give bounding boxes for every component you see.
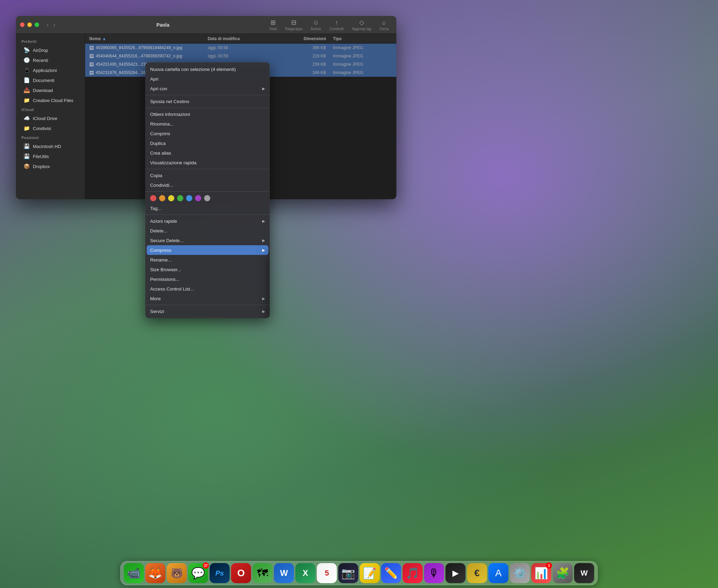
dock-icon-screenshot[interactable]: 📷 [338,563,358,583]
menu-item-crea-alias[interactable]: Crea alias [145,148,270,158]
menu-item-rinomina[interactable]: Rinomina... [145,119,270,129]
menu-item-condividi[interactable]: Condividi... [145,180,270,190]
col-header-nome[interactable]: Nome ▲ [89,36,208,41]
sidebar-item-creative-cloud-label: Creative Cloud Files [33,98,73,103]
creative-cloud-icon: 📁 [24,97,30,103]
dock-icon-music[interactable]: 🎵 [403,563,423,583]
icloud-drive-icon: ☁️ [24,115,30,121]
menu-item-access-control-list[interactable]: Access Control List... [145,284,270,294]
menu-item-label: Rename... [150,257,172,263]
minimize-button[interactable] [27,22,32,27]
sidebar-item-recenti[interactable]: 🕐 Recenti [18,55,83,65]
color-dot-yellow[interactable] [168,195,174,201]
dock-icon-bear[interactable]: 🐻 [167,563,187,583]
raggruppa-button[interactable]: ⊟ Raggruppa [282,17,306,32]
dock-icon-excel[interactable]: X [295,563,315,583]
dock: 📹 🦊 🐻 💬 37 Ps O 🗺 W X 5 📷 📝 ✏️ 🎵 🎙 ▶ € A… [120,561,598,585]
submenu-arrow: ▶ [262,309,265,314]
color-dot-blue[interactable] [186,195,192,201]
aggiungi-tag-button[interactable]: ◇ Aggiungi tag [349,17,375,32]
menu-item-label: Apri [150,76,158,82]
cerca-label: Cerca [379,27,389,31]
col-header-data[interactable]: Data di modifica [208,36,278,41]
menu-item-permissions[interactable]: Permissions... [145,274,270,284]
menu-item-visualizzazione-rapida[interactable]: Visualizzazione rapida [145,158,270,167]
dock-icon-podcasts[interactable]: 🎙 [424,563,444,583]
menu-item-copia[interactable]: Copia [145,171,270,180]
maximize-button[interactable] [35,22,39,27]
menu-item-label: Ottieni informazioni [150,112,190,117]
sidebar-item-documenti[interactable]: 📄 Documenti [18,75,83,85]
cerca-button[interactable]: ⌕ Cerca [376,18,392,32]
menu-item-azioni-rapide[interactable]: Azioni rapide ▶ [145,216,270,226]
menu-item-duplica[interactable]: Duplica [145,138,270,148]
color-dot-green[interactable] [177,195,183,201]
azione-button[interactable]: ☺ Azione [307,18,325,32]
menu-item-label: Servizi [150,309,164,314]
menu-item-compress[interactable]: Compress ▶ [147,245,268,255]
dock-icon-opera[interactable]: O [231,563,251,583]
menu-item-comprimi[interactable]: Comprimi [145,129,270,138]
vista-button[interactable]: ⊞ Vista [266,17,280,32]
dock-icon-facetime[interactable]: 📹 [124,563,144,583]
color-dot-orange[interactable] [159,195,165,201]
menu-item-ottieni-info[interactable]: Ottieni informazioni [145,109,270,119]
menu-item-size-browser[interactable]: Size Browser... [145,265,270,274]
dock-icon-unknown[interactable]: 🧩 [553,563,573,583]
menu-item-label: More [150,296,161,301]
dock-icon-notes[interactable]: 📝 [360,563,380,583]
col-header-dim[interactable]: Dimensioni [279,36,326,41]
forward-button[interactable]: › [51,20,57,29]
menu-item-secure-delete[interactable]: Secure Delete... ▶ [145,236,270,245]
table-row[interactable]: 🖼454040644_84355316...4798398390742_n.jp… [85,52,396,60]
sidebar: Preferiti 📡 AirDrop 🕐 Recenti 📱 Applicaz… [16,34,85,199]
dock-icon-messages[interactable]: 💬 37 [188,563,208,583]
menu-item-delete[interactable]: Delete... [145,226,270,236]
menu-item-servizi[interactable]: Servizi ▶ [145,306,270,316]
dock-icon-calendar[interactable]: 5 [317,563,337,583]
submenu-arrow: ▶ [262,238,265,243]
sidebar-item-fileutils[interactable]: 💾 FileUtils [18,151,83,161]
dock-icon-appstore[interactable]: A [488,563,508,583]
sidebar-item-airdrop[interactable]: 📡 AirDrop [18,45,83,55]
menu-item-nuova-cartella[interactable]: Nuova cartella con selezione (4 elementi… [145,64,270,74]
traffic-lights [20,22,39,27]
dock-icon-firefox[interactable]: 🦊 [145,563,165,583]
back-button[interactable]: ‹ [45,20,50,29]
sidebar-item-applicazioni[interactable]: 📱 Applicazioni [18,65,83,75]
color-dot-gray[interactable] [204,195,210,201]
menu-item-label: Tag... [150,206,162,211]
condividi-button[interactable]: ↑ Condividi [326,18,347,32]
menu-item-apri-con[interactable]: Apri con ▶ [145,84,270,93]
sidebar-item-dropbox[interactable]: 📦 Dropbox [18,162,83,171]
dock-icon-istat[interactable]: 📊 3 [531,563,551,583]
dock-icon-maps[interactable]: 🗺 [252,563,273,583]
menu-item-label: Compress [150,248,172,253]
sidebar-item-creative-cloud[interactable]: 📁 Creative Cloud Files [18,95,83,105]
menu-item-sposta-cestino[interactable]: Sposta nel Cestino [145,97,270,106]
dock-icon-w[interactable]: W [574,563,594,583]
col-header-tipo[interactable]: Tipo [326,36,392,41]
sidebar-item-macintosh-hd[interactable]: 💾 Macintosh HD [18,141,83,151]
menu-item-more[interactable]: More ▶ [145,294,270,303]
dock-icon-settings[interactable]: ⚙️ [510,563,530,583]
file-size: 396 KB [279,45,326,50]
dock-icon-freeform[interactable]: ✏️ [381,563,401,583]
dock-icon-word[interactable]: W [274,563,294,583]
color-dot-purple[interactable] [195,195,201,201]
sidebar-item-download[interactable]: 📥 Download [18,85,83,95]
condividi-label: Condividi [330,27,344,31]
sidebar-item-condivisi[interactable]: 📁 Condivisi [18,123,83,133]
dock-icon-eureka[interactable]: € [467,563,487,583]
dock-icon-appletv[interactable]: ▶ [445,563,466,583]
menu-item-apri[interactable]: Apri [145,74,270,84]
file-date: oggi, 00:59 [208,54,278,58]
dock-icon-photoshop[interactable]: Ps [210,563,230,583]
color-dot-red[interactable] [150,195,156,201]
menu-item-rename[interactable]: Rename... [145,255,270,265]
sidebar-item-icloud-drive[interactable]: ☁️ iCloud Drive [18,113,83,123]
table-row[interactable]: 🖼453980085_8435526...97956818484249_n.jp… [85,44,396,52]
menu-item-tag[interactable]: Tag... [145,203,270,213]
close-button[interactable] [20,22,25,27]
search-icon: ⌕ [382,19,386,26]
